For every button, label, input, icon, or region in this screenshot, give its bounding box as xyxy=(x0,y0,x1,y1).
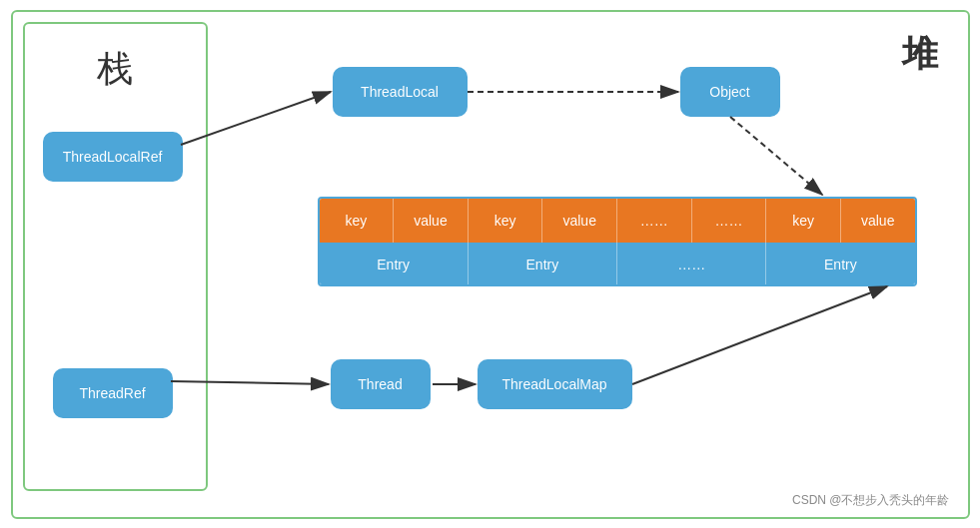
threadlocalmap-label: ThreadLocalMap xyxy=(501,376,606,392)
object-label: Object xyxy=(709,84,749,100)
cell-key2: key xyxy=(469,199,543,243)
watermark: CSDN @不想步入秃头的年龄 xyxy=(792,492,950,509)
entry-cell-ellipsis: …… xyxy=(617,243,766,286)
threadref-label: ThreadRef xyxy=(79,385,145,401)
svg-line-7 xyxy=(730,117,822,195)
cell-val1: value xyxy=(394,199,469,243)
cell-val2: value xyxy=(542,199,617,243)
main-diagram: 栈 ThreadLocalRef ThreadRef 堆 ThreadLocal… xyxy=(11,10,970,519)
cell-ellipsis1: …… xyxy=(617,199,692,243)
svg-line-5 xyxy=(632,286,887,384)
threadlocal-box: ThreadLocal xyxy=(333,67,468,117)
cell-key1: key xyxy=(320,199,395,243)
threadlocalref-label: ThreadLocalRef xyxy=(63,149,163,165)
entry-cell-3: Entry xyxy=(766,243,914,286)
heap-label: 堆 xyxy=(902,30,938,79)
entry-bottom-row: Entry Entry …… Entry xyxy=(320,243,915,286)
cell-ellipsis2: …… xyxy=(692,199,767,243)
cell-key3: key xyxy=(766,199,841,243)
cell-val3: value xyxy=(841,199,915,243)
entry-cell-1: Entry xyxy=(320,243,469,286)
entry-cell-2: Entry xyxy=(469,243,617,286)
stack-section: 栈 ThreadLocalRef ThreadRef xyxy=(23,22,208,491)
thread-box: Thread xyxy=(331,359,431,409)
stack-label: 栈 xyxy=(87,39,143,100)
entry-top-row: key value key value …… …… key value xyxy=(320,199,915,243)
thread-label: Thread xyxy=(358,376,402,392)
threadlocalref-box: ThreadLocalRef xyxy=(43,132,183,182)
threadlocal-label: ThreadLocal xyxy=(361,84,439,100)
entry-table: key value key value …… …… key value Entr… xyxy=(318,197,917,286)
threadlocalmap-box: ThreadLocalMap xyxy=(478,359,632,409)
object-box: Object xyxy=(680,67,780,117)
threadref-box: ThreadRef xyxy=(53,368,173,418)
